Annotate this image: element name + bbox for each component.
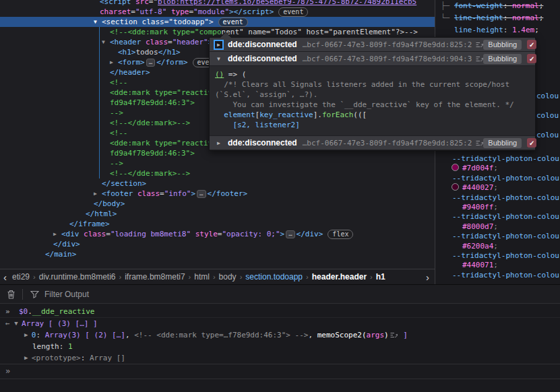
breadcrumb-item[interactable]: html xyxy=(194,272,210,282)
text: ></script> xyxy=(229,7,274,16)
text: fd9a4f78e9dd:46:3"> xyxy=(110,98,195,107)
text: fd9a4f78e9dd:46:3"> xyxy=(110,149,195,158)
inline-expander[interactable]: … xyxy=(197,190,206,198)
listener-code: () => ( /*! Clears all Signals listeners… xyxy=(210,66,535,136)
breadcrumb-item[interactable]: div.runtime.bm8meti6 xyxy=(39,272,116,282)
text: "loading bm8meti8" xyxy=(111,230,191,238)
css-custom-property-name[interactable]: --tridactyl-photon-colou xyxy=(435,212,560,222)
listener-enabled-checkbox[interactable]: ✓ xyxy=(527,40,536,49)
markup-node[interactable]: </iframe> xyxy=(0,219,435,229)
text: class xyxy=(80,230,106,238)
text: ]. xyxy=(313,110,322,119)
event-source-location[interactable]: …bcf-0667-47e3-809f-fd9a4f78e9dd:825:2 xyxy=(303,40,472,49)
text: » xyxy=(5,307,19,316)
css-custom-property-name[interactable]: --tridactyl-photon-colou xyxy=(435,232,560,241)
css-text: ; xyxy=(493,164,498,172)
expand-twisty[interactable]: ▼ xyxy=(102,37,110,47)
clear-console-icon[interactable] xyxy=(7,290,15,299)
breadcrumb-item[interactable]: h1 xyxy=(376,272,385,282)
inline-expander[interactable]: … xyxy=(286,230,294,238)
breadcrumb-item[interactable]: eti29 xyxy=(12,272,30,282)
css-custom-property-name[interactable]: --tridactyl-photon-colou xyxy=(435,154,560,164)
breadcrumb-scroll-right-icon[interactable]: › xyxy=(422,271,429,283)
css-declaration[interactable]: line-height: 1.4em; xyxy=(435,24,560,36)
css-text: normal xyxy=(512,13,539,22)
css-custom-property-value[interactable]: #8000d7; xyxy=(435,222,560,232)
open-in-debugger-icon[interactable] xyxy=(476,56,483,62)
css-text: line-height xyxy=(454,26,503,34)
expand-twisty[interactable]: ▶ xyxy=(53,229,61,239)
overridden-declaration[interactable]: └─ line-height: normal; xyxy=(435,12,560,24)
console-message[interactable]: » $0.__dde_reactive xyxy=(0,306,560,318)
event-source-location[interactable]: …bcf-0667-47e3-809f-fd9a4f78e9dd:904:3 xyxy=(303,55,472,63)
css-custom-property-name[interactable]: --tridactyl-photon-colou xyxy=(435,174,560,183)
breadcrumb-item[interactable]: iframe.bm8meti7 xyxy=(125,272,185,282)
event-listener-row[interactable]: ▶dde:disconnected…bcf-0667-47e3-809f-fd9… xyxy=(210,38,535,52)
markup-node[interactable]: <!--<dde:mark type="component" name="Tod… xyxy=(0,27,435,37)
css-text: normal xyxy=(512,1,539,10)
markup-node[interactable]: ▶<footer class="info">…</footer> xyxy=(0,189,435,199)
markup-node[interactable]: <script src="blob:https://flems.io/be5eb… xyxy=(0,0,435,7)
console-message[interactable]: ▶ 0: Array(3) [ (2) […], <!-- <dde:mark … xyxy=(0,329,560,341)
markup-node[interactable]: --> xyxy=(0,158,435,168)
expand-twisty[interactable]: ▶ xyxy=(214,138,224,148)
markup-node-selected[interactable]: ▼<section class="todoapp">event xyxy=(0,17,435,27)
filter-output-input[interactable] xyxy=(43,289,194,300)
css-custom-property-value[interactable]: #440071; xyxy=(435,261,560,270)
listener-enabled-checkbox[interactable]: ✓ xyxy=(527,54,536,63)
expand-twisty[interactable]: ▶ xyxy=(94,189,102,199)
breadcrumb: ‹ eti29›div.runtime.bm8meti6›iframe.bm8m… xyxy=(0,269,435,284)
text: : xyxy=(59,342,68,351)
text: , xyxy=(125,331,134,339)
text: length xyxy=(32,342,59,351)
inline-expander[interactable]: … xyxy=(146,59,155,67)
console-message[interactable]: ← ▼ Array [ (3) […] ] xyxy=(0,318,560,329)
event-source-location[interactable]: …bcf-0667-47e3-809f-fd9a4f78e9dd:825:2 xyxy=(303,139,472,148)
overridden-declaration[interactable]: ├─ font-weight: normal; xyxy=(435,0,560,12)
expand-twisty[interactable]: ▼ xyxy=(94,17,102,27)
breadcrumb-separator: › xyxy=(189,273,191,281)
event-listener-row[interactable]: ▶dde:disconnected…bcf-0667-47e3-809f-fd9… xyxy=(210,136,535,150)
open-in-debugger-icon[interactable] xyxy=(476,140,483,146)
listener-enabled-checkbox[interactable]: ✓ xyxy=(527,138,536,148)
markup-node[interactable]: <!--</dde:mark>--> xyxy=(0,168,435,178)
color-swatch[interactable] xyxy=(452,164,459,171)
css-custom-property-value[interactable]: #7d004f; xyxy=(435,164,560,173)
console-message[interactable]: length: 1 xyxy=(0,341,560,352)
color-swatch[interactable] xyxy=(452,183,459,191)
text: <div xyxy=(61,230,80,238)
css-custom-property-value[interactable]: #6200a4; xyxy=(435,242,560,251)
jump-to-source-icon[interactable] xyxy=(390,332,398,338)
flex-badge[interactable]: flex xyxy=(328,230,353,239)
open-in-debugger-icon[interactable] xyxy=(476,42,483,48)
breadcrumb-scroll-left-icon[interactable]: ‹ xyxy=(3,271,7,283)
event-badge[interactable]: event xyxy=(278,7,308,17)
markup-node[interactable]: </body> xyxy=(0,199,435,209)
text: "opacity: 0;" xyxy=(222,230,280,238)
console-message[interactable]: ▶ <prototype>: Array [] xyxy=(0,352,560,364)
css-custom-property-value[interactable]: #9400ff; xyxy=(435,203,560,212)
markup-node[interactable]: </main> xyxy=(0,249,435,259)
markup-node[interactable]: charset="utf-8" type="module"></script>e… xyxy=(0,7,435,17)
expand-twisty[interactable]: ▶ xyxy=(214,40,224,50)
breadcrumb-item[interactable]: section.todoapp xyxy=(245,272,303,282)
text: , xyxy=(308,331,317,339)
markup-node[interactable]: </div> xyxy=(0,239,435,249)
css-custom-property-name[interactable]: --tridactyl-photon-colou xyxy=(435,193,560,203)
breadcrumb-item[interactable]: header.header xyxy=(312,272,367,282)
css-custom-property-value[interactable]: #440027; xyxy=(435,183,560,193)
breadcrumb-item[interactable]: body xyxy=(219,272,237,282)
css-custom-property-name[interactable]: --tridactyl-photon-colou xyxy=(435,271,560,280)
console-input-row[interactable]: » xyxy=(0,364,560,379)
text: </html> xyxy=(86,209,117,218)
event-listener-row[interactable]: ▼dde:disconnected…bcf-0667-47e3-809f-fd9… xyxy=(210,52,535,66)
collapse-twisty[interactable]: ▼ xyxy=(214,54,224,64)
markup-node[interactable]: ▶<div class="loading bm8meti8" style="op… xyxy=(0,229,435,239)
text: class xyxy=(141,38,168,46)
expand-twisty[interactable]: ▶ xyxy=(110,57,118,67)
text: : xyxy=(36,331,44,339)
markup-node[interactable]: </html> xyxy=(0,209,435,219)
event-badge[interactable]: event xyxy=(218,18,248,27)
css-custom-property-name[interactable]: --tridactyl-photon-colou xyxy=(435,251,560,261)
markup-node[interactable]: </section> xyxy=(0,178,435,189)
